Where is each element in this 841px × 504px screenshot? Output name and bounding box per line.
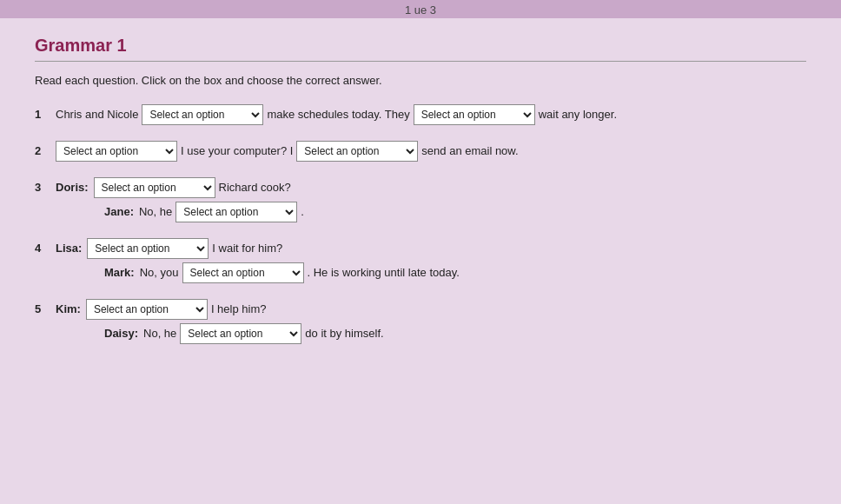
question-3: 3Doris:Select an optioncancan'tcouldcoul… (35, 177, 806, 222)
page-number: 1 ue 3 (405, 3, 436, 17)
instructions-text: Read each question. Click on the box and… (35, 74, 806, 87)
select-q5b[interactable]: Select an optioncancan'tcouldcouldn'tmay… (180, 323, 301, 344)
question-5-row-0: 5Kim:Select an optioncancan'tcouldcouldn… (35, 299, 806, 320)
speaker-label: Kim: (56, 299, 81, 319)
question-2: 2Select an optioncancan'tcouldcouldn'tma… (35, 141, 806, 162)
inline-text: Chris and Nicole (56, 104, 138, 124)
page-header: 1 ue 3 (0, 0, 841, 18)
question-number-4: 4 (35, 238, 52, 258)
questions-container: 1Chris and NicoleSelect an optioncancan'… (35, 104, 806, 344)
inline-text: I wait for him? (212, 238, 282, 258)
speaker-label: Lisa: (56, 238, 82, 258)
question-3-row-1: Jane:No, heSelect an optioncancan'tcould… (104, 202, 806, 222)
select-q3a[interactable]: Select an optioncancan'tcouldcouldn'tmay… (94, 177, 215, 198)
select-q2a[interactable]: Select an optioncancan'tcouldcouldn'tmay… (56, 141, 177, 162)
inline-text: No, you (140, 262, 179, 282)
question-5-row-1: Daisy:No, heSelect an optioncancan'tcoul… (104, 323, 806, 344)
question-number-1: 1 (35, 104, 52, 124)
inline-text: wait any longer. (539, 104, 617, 124)
inline-text: No, he (139, 202, 172, 222)
inline-text: send an email now. (421, 141, 518, 161)
inline-text: . (301, 202, 304, 222)
question-5: 5Kim:Select an optioncancan'tcouldcouldn… (35, 299, 806, 344)
speaker-label: Jane: (104, 202, 134, 222)
question-4: 4Lisa:Select an optioncancan'tcouldcould… (35, 238, 806, 283)
inline-text: make schedules today. They (267, 104, 409, 124)
speaker-label: Mark: (104, 262, 135, 282)
inline-text: do it by himself. (305, 323, 383, 343)
inline-text: Richard cook? (219, 177, 291, 197)
inline-text: I use your computer? I (181, 141, 293, 161)
question-3-row-0: 3Doris:Select an optioncancan'tcouldcoul… (35, 177, 806, 198)
inline-text: I help him? (211, 299, 267, 319)
speaker-label: Daisy: (104, 323, 138, 343)
select-q4b[interactable]: Select an optioncancan'tcouldcouldn'tmay… (182, 262, 304, 283)
select-q1b[interactable]: Select an optioncancan'tcouldcouldn'tmay… (414, 104, 535, 125)
select-q2b[interactable]: Select an optioncancan'tcouldcouldn'tmay… (296, 141, 418, 162)
select-q4a[interactable]: Select an optioncancan'tcouldcouldn'tmay… (87, 238, 209, 259)
select-q1a[interactable]: Select an optioncancan'tcouldcouldn'tmay… (142, 104, 263, 125)
question-number-3: 3 (35, 177, 52, 197)
select-q5a[interactable]: Select an optioncancan'tcouldcouldn'tmay… (86, 299, 208, 320)
question-4-row-1: Mark:No, youSelect an optioncancan'tcoul… (104, 262, 806, 283)
question-1-row-0: 1Chris and NicoleSelect an optioncancan'… (35, 104, 806, 125)
main-container: Grammar 1 Read each question. Click on t… (0, 18, 841, 504)
question-number-5: 5 (35, 299, 52, 319)
title-divider (35, 61, 806, 62)
question-4-row-0: 4Lisa:Select an optioncancan'tcouldcould… (35, 238, 806, 259)
select-q3b[interactable]: Select an optioncancan'tcouldcouldn'tmay… (175, 202, 297, 222)
inline-text: No, he (143, 323, 176, 343)
speaker-label: Doris: (56, 177, 89, 197)
question-1: 1Chris and NicoleSelect an optioncancan'… (35, 104, 806, 125)
question-number-2: 2 (35, 141, 52, 161)
inline-text: . He is working until late today. (308, 262, 460, 282)
question-2-row-0: 2Select an optioncancan'tcouldcouldn'tma… (35, 141, 806, 162)
page-title: Grammar 1 (35, 36, 806, 56)
